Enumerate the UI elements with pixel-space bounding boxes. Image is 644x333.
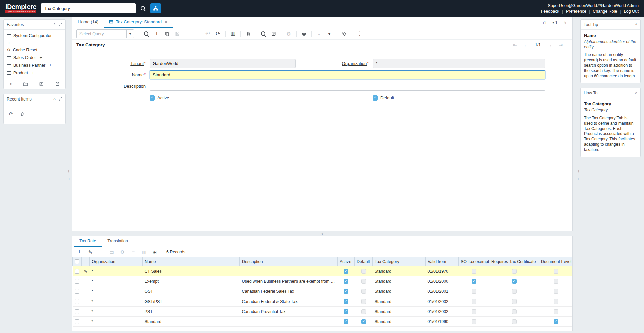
- detail-record-button[interactable]: ▾: [326, 32, 332, 36]
- process-gear-icon[interactable]: ⚙: [119, 250, 125, 254]
- edit-row-button[interactable]: ✎: [87, 250, 93, 255]
- trash-icon[interactable]: [20, 112, 25, 116]
- tab-tax-category[interactable]: Tax Category: Standard ×: [104, 17, 173, 28]
- edit-record-icon[interactable]: ✎: [84, 269, 88, 274]
- more-options-icon[interactable]: ⋮: [357, 31, 363, 37]
- log-out-link[interactable]: Log Out: [624, 9, 639, 14]
- row-select-checkbox[interactable]: [75, 279, 79, 284]
- tax-rate-row[interactable]: *PSTCanadian Provintial TaxStandard01/01…: [73, 307, 573, 317]
- tooltip-panel-header[interactable]: Tool Tip ˄: [581, 20, 640, 30]
- column-header[interactable]: Valid from: [426, 257, 459, 266]
- app-logo[interactable]: iDempiere Open Source ERP System: [5, 3, 36, 13]
- new-record-button[interactable]: +: [154, 30, 160, 37]
- collapse-icon[interactable]: ˄: [53, 97, 56, 101]
- add-icon[interactable]: +: [49, 63, 52, 68]
- favorites-item[interactable]: +: [4, 39, 65, 46]
- list-view-icon[interactable]: ≡: [130, 250, 136, 254]
- search-icon[interactable]: [140, 6, 146, 11]
- share-icon[interactable]: [55, 82, 60, 86]
- copy-record-button[interactable]: [164, 31, 170, 36]
- print-button[interactable]: [301, 31, 307, 36]
- menu-tree-button[interactable]: [150, 3, 161, 13]
- collapse-icon[interactable]: ˄: [53, 23, 56, 27]
- save-record-button[interactable]: [174, 31, 180, 36]
- grid-toggle-button[interactable]: ▦: [230, 31, 236, 36]
- zoom-across-button[interactable]: [260, 31, 266, 37]
- east-splitter[interactable]: ⋮▸: [577, 17, 580, 333]
- favorites-item[interactable]: ⚙Cache Reset: [4, 46, 65, 54]
- active-checkbox[interactable]: [150, 95, 155, 101]
- column-header[interactable]: Description: [240, 257, 338, 266]
- column-header[interactable]: Document Level: [539, 257, 573, 266]
- organization-field[interactable]: *: [373, 59, 545, 68]
- favorites-item[interactable]: System Configurator: [4, 32, 65, 39]
- add-icon[interactable]: +: [40, 55, 42, 60]
- tax-rate-row[interactable]: *StandardStandard01/01/1990: [73, 317, 573, 327]
- west-splitter[interactable]: ⋮◂: [67, 17, 70, 333]
- find-record-button[interactable]: [143, 31, 149, 37]
- default-checkbox[interactable]: [373, 95, 378, 101]
- refresh-icon[interactable]: ⟳: [9, 111, 13, 117]
- favorites-item[interactable]: Business Partner+: [4, 61, 65, 69]
- row-select-checkbox[interactable]: [75, 299, 79, 304]
- column-header[interactable]: Tax Category: [373, 257, 426, 266]
- row-select-checkbox[interactable]: [75, 269, 79, 274]
- global-search-input[interactable]: [41, 3, 136, 13]
- tax-rate-row[interactable]: ✎*CT SalesStandard01/01/1970: [73, 266, 573, 276]
- tax-rate-row[interactable]: *GSTCanadian Federal Sales TaxStandard01…: [73, 286, 573, 296]
- favorites-panel-header[interactable]: Favorites ˄: [4, 20, 65, 30]
- process-gear-button[interactable]: ⚙: [286, 31, 292, 36]
- tab-tax-rate[interactable]: Tax Rate: [74, 236, 102, 247]
- column-header[interactable]: Active: [338, 257, 355, 266]
- favorites-item[interactable]: Sales Order+: [4, 54, 65, 61]
- tax-rate-row[interactable]: *ExemptUsed when Business Partners are e…: [73, 276, 573, 286]
- tab-home[interactable]: Home (14): [72, 17, 104, 28]
- close-tab-icon[interactable]: ×: [165, 19, 167, 25]
- name-input[interactable]: [150, 70, 545, 79]
- next-record-icon[interactable]: →: [547, 42, 552, 48]
- attachment-button[interactable]: [245, 31, 251, 36]
- row-select-checkbox[interactable]: [75, 289, 79, 294]
- select-query-combo[interactable]: Select Query ▾: [76, 29, 134, 38]
- chevron-down-icon[interactable]: ▾: [126, 30, 134, 38]
- save-layout-icon[interactable]: ▤: [109, 250, 115, 254]
- edit-favorites-icon[interactable]: [39, 82, 44, 86]
- column-header[interactable]: Default: [355, 257, 373, 266]
- desktop-count-dropdown[interactable]: ▾ 1: [552, 20, 558, 25]
- horizontal-splitter[interactable]: ⋯ ▾ ⋯: [72, 231, 573, 236]
- last-record-icon[interactable]: ⇥: [559, 42, 563, 48]
- recent-items-panel-header[interactable]: Recent Items ˄: [4, 94, 65, 104]
- tab-translation[interactable]: Translation: [102, 236, 133, 247]
- column-header[interactable]: Name: [143, 257, 240, 266]
- folder-icon[interactable]: [23, 82, 28, 86]
- home-icon[interactable]: ⌂: [543, 19, 546, 26]
- delete-row-button[interactable]: −: [98, 249, 104, 255]
- delete-record-button[interactable]: −: [190, 31, 196, 37]
- description-input[interactable]: [150, 82, 545, 91]
- tenant-field[interactable]: GardenWorld: [150, 59, 296, 68]
- grid-view-icon[interactable]: ⊞: [152, 250, 158, 255]
- row-select-checkbox[interactable]: [75, 319, 79, 324]
- change-role-link[interactable]: Change Role: [593, 9, 617, 14]
- new-row-button[interactable]: +: [76, 249, 83, 255]
- requery-button[interactable]: ⟳: [215, 31, 221, 37]
- first-record-icon[interactable]: ⇤: [513, 42, 517, 48]
- previous-record-icon[interactable]: ←: [524, 42, 528, 48]
- column-header[interactable]: SO Tax exempt: [459, 257, 489, 266]
- tax-rate-row[interactable]: *GST/PSTCanadian Federal & State TaxStan…: [73, 296, 573, 307]
- expand-all-icon[interactable]: «: [9, 81, 12, 86]
- column-header[interactable]: Requires Tax Certificate: [489, 257, 539, 266]
- collapse-icon[interactable]: ˄: [635, 91, 637, 95]
- parent-record-button[interactable]: ▴: [316, 32, 322, 36]
- select-all-checkbox[interactable]: [75, 259, 79, 264]
- howto-panel-header[interactable]: How To ˄: [581, 88, 640, 98]
- row-select-checkbox[interactable]: [75, 309, 79, 314]
- feedback-link[interactable]: Feedback: [541, 9, 559, 14]
- collapse-icon[interactable]: ˄: [635, 23, 637, 27]
- preference-link[interactable]: Preference: [566, 9, 586, 14]
- label-tag-button[interactable]: [341, 31, 347, 36]
- report-button[interactable]: [271, 31, 277, 36]
- add-icon[interactable]: +: [32, 70, 34, 75]
- column-view-icon[interactable]: ▥: [141, 250, 147, 254]
- favorites-item[interactable]: Product+: [4, 69, 65, 77]
